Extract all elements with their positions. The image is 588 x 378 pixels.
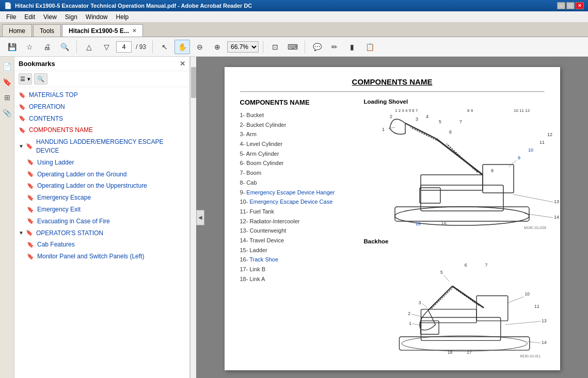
bookmark-operating-ladder-upper[interactable]: 🔖 Operating Ladder on the Upperstructure (14, 180, 189, 192)
panel-scrollbar[interactable] (190, 57, 196, 378)
zoom-out-button[interactable]: ⊖ (192, 40, 208, 54)
bookmark-contents[interactable]: 🔖 CONTENTS (14, 113, 189, 125)
bookmark-icon: 🔖 (19, 126, 26, 134)
comp-list: 1- Bucket 2- Bucket Cylinder 3- Arm 4- L… (240, 110, 354, 284)
tab-home-label: Home (9, 27, 25, 35)
comp-item-13: 13- Counterweight (240, 226, 354, 236)
bookmark-operation[interactable]: 🔖 OPERATION (14, 101, 189, 113)
expand-icon[interactable]: ▼ (19, 143, 24, 150)
svg-line-59 (505, 321, 541, 325)
keyboard-button[interactable]: ⌨ (285, 40, 300, 54)
bookmark-operators-station[interactable]: ▼ 🔖 OPERATOR'S STATION (14, 227, 189, 239)
menu-edit[interactable]: Edit (20, 12, 39, 22)
minimize-button[interactable]: ─ (557, 2, 565, 9)
menu-window[interactable]: Window (82, 12, 112, 22)
svg-rect-35 (399, 337, 529, 350)
svg-text:1: 1 (382, 127, 385, 132)
comp-item-4: 4- Level Cylinder (240, 139, 354, 149)
svg-text:15: 15 (441, 221, 447, 226)
bookmark-icon: 🔖 (19, 91, 26, 99)
bookmark-operators-station-label: OPERATOR'S STATION (36, 229, 103, 238)
cursor-tool[interactable]: ↖ (157, 40, 172, 54)
bookmark-monitor-panel[interactable]: 🔖 Monitor Panel and Switch Panels (Left) (14, 251, 189, 262)
svg-line-50 (422, 303, 427, 307)
highlight-button[interactable]: ▮ (344, 40, 360, 54)
bookmark-icon: 🔖 (27, 241, 34, 249)
pen-button[interactable]: ✏ (327, 40, 342, 54)
menu-file[interactable]: File (2, 12, 20, 22)
bookmark-components-name[interactable]: 🔖 COMPONENTS NAME (14, 124, 189, 136)
zoom-in-button[interactable]: ⊕ (210, 40, 225, 54)
bookmark-operating-ladder-ground-label: Operating Ladder on the Ground (37, 170, 126, 179)
bookmark-components-name-label: COMPONENTS NAME (29, 126, 93, 135)
bookmarks-header: Bookmarks ✕ (14, 57, 189, 71)
sidebar-icon-documents[interactable]: 📄 (2, 61, 13, 72)
pdf-left-col: COMPONENTS NAME 1- Bucket 2- Bucket Cyli… (240, 98, 354, 360)
bookmark-materials-top[interactable]: 🔖 MATERIALS TOP (14, 89, 189, 101)
print-button[interactable]: 🖨 (39, 40, 55, 54)
bookmark-cab-features-label: Cab Features (37, 240, 75, 249)
hand-tool[interactable]: ✋ (174, 40, 190, 54)
maximize-button[interactable]: □ (566, 2, 575, 9)
tab-home[interactable]: Home (2, 24, 32, 37)
sidebar-icon-pages[interactable]: ⊞ (2, 92, 13, 103)
svg-text:1  2  3  4  5  6  7: 1 2 3 4 5 6 7 (395, 108, 418, 113)
comp-item-17: 17- Link B (240, 265, 354, 274)
save-button[interactable]: 💾 (4, 40, 20, 54)
bookmark-using-ladder[interactable]: 🔖 Using Ladder (14, 157, 189, 169)
bookmark-emergency-exit[interactable]: 🔖 Emergency Exit (14, 204, 189, 216)
svg-text:11: 11 (539, 140, 545, 145)
bookmark-contents-label: CONTENTS (29, 114, 63, 123)
bookmark-materials-top-label: MATERIALS TOP (29, 91, 78, 100)
svg-line-20 (508, 160, 516, 167)
backhoe-label: Backhoe (364, 238, 560, 244)
scroll-thumb[interactable] (191, 67, 196, 98)
sidebar-icon-attachments[interactable]: 📎 (2, 107, 13, 119)
stamp-button[interactable]: 📋 (362, 40, 377, 54)
close-button[interactable]: ✕ (576, 2, 584, 9)
svg-text:18: 18 (447, 350, 452, 355)
bookmark-handling-ladder-label: HANDLING LADDER/EMERGENCY ESCAPE DEVICE (36, 138, 185, 155)
next-page-button[interactable]: ▽ (99, 40, 114, 54)
svg-rect-1 (395, 207, 529, 221)
bookmark-evacuating-fire[interactable]: 🔖 Evacuating in Case of Fire (14, 216, 189, 227)
bookmark-icon: 🔖 (26, 142, 33, 150)
page-number-input[interactable] (116, 41, 132, 53)
prev-page-button[interactable]: △ (81, 40, 97, 54)
expand-icon[interactable]: ▼ (19, 229, 24, 237)
svg-text:M19C-01-028: M19C-01-028 (524, 226, 546, 229)
menu-help[interactable]: Help (112, 12, 133, 22)
svg-text:2: 2 (408, 311, 410, 316)
comment-button[interactable]: 💬 (309, 40, 325, 54)
bookmark-evacuating-fire-label: Evacuating in Case of Fire (37, 217, 110, 226)
bookmark-operation-label: OPERATION (29, 103, 65, 111)
bookmark-button[interactable]: ☆ (22, 40, 37, 54)
panel-collapse-arrow[interactable]: ◀ (196, 210, 204, 225)
bookmarks-search-button[interactable]: 🔍 (34, 73, 47, 85)
menu-view[interactable]: View (39, 12, 61, 22)
bookmark-operating-ladder-upper-label: Operating Ladder on the Upperstructure (37, 182, 147, 190)
bookmark-using-ladder-label: Using Ladder (37, 158, 74, 167)
svg-text:7: 7 (485, 262, 487, 268)
bookmark-cab-features[interactable]: 🔖 Cab Features (14, 239, 189, 251)
search-button[interactable]: 🔍 (57, 40, 72, 54)
tab-tools[interactable]: Tools (33, 24, 61, 37)
menu-sign[interactable]: Sign (61, 12, 82, 22)
comp-item-12: 12- Radiator-Intercooler (240, 217, 354, 226)
comp-item-11: 11- Fuel Tank (240, 207, 354, 217)
bookmark-icon: 🔖 (27, 182, 34, 190)
bookmark-emergency-escape[interactable]: 🔖 Emergency Escape (14, 192, 189, 204)
tab-document[interactable]: Hitachi Ex1900-5 E... ✕ (62, 24, 143, 37)
svg-text:9: 9 (518, 155, 520, 160)
svg-text:M19C-01-011: M19C-01-011 (520, 354, 541, 358)
page-total: / 93 (134, 43, 148, 51)
sidebar-icon-bookmarks[interactable]: 🔖 (2, 76, 13, 88)
pdf-page-title: COMPONENTS NAME (240, 77, 545, 86)
bookmarks-close-button[interactable]: ✕ (180, 60, 185, 68)
bookmarks-menu-button[interactable]: ☰ ▾ (19, 73, 32, 85)
bookmark-handling-ladder[interactable]: ▼ 🔖 HANDLING LADDER/EMERGENCY ESCAPE DEV… (14, 136, 189, 157)
bookmark-operating-ladder-ground[interactable]: 🔖 Operating Ladder on the Ground (14, 169, 189, 180)
tab-close-button[interactable]: ✕ (132, 28, 136, 34)
zoom-select[interactable]: 66.7% 50% 75% 100% 125% 150% (227, 41, 259, 53)
fit-page-button[interactable]: ⊡ (267, 40, 283, 54)
